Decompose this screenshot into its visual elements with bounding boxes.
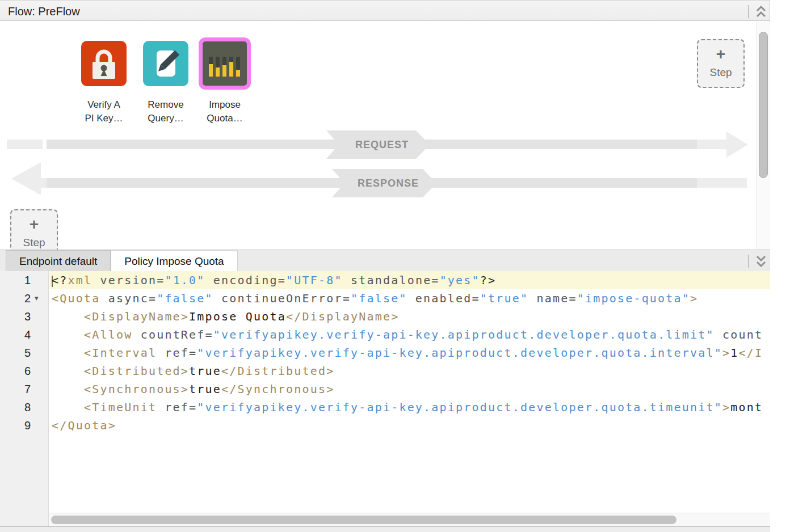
fold-toggle-icon[interactable]: ▾ <box>35 289 39 307</box>
proxy-editor-panel: Flow: PreFlow Verify A <box>0 0 770 532</box>
code-line[interactable]: <Quota async="false" continueOnError="fa… <box>49 289 770 307</box>
line-number: 7 <box>0 380 48 398</box>
editor-horizontal-scrollbar-thumb[interactable] <box>51 516 676 524</box>
line-number: 4 <box>0 326 48 344</box>
lock-icon <box>81 41 127 86</box>
tab-endpoint-default[interactable]: Endpoint default <box>6 250 111 272</box>
header-divider <box>748 5 749 18</box>
policy-label-remove-query: Remove Query… <box>132 98 200 125</box>
line-number: 9 <box>0 416 48 434</box>
code-line[interactable]: </Quota> <box>49 416 770 434</box>
plus-icon: + <box>11 216 57 233</box>
response-badge: RESPONSE <box>332 169 436 197</box>
policy-remove-query[interactable] <box>143 41 188 86</box>
tab-list: Endpoint defaultPolicy Impose Quota <box>6 250 238 272</box>
editor-tab-bar: Endpoint defaultPolicy Impose Quota <box>0 250 770 271</box>
line-number: 1 <box>0 271 48 289</box>
xml-code-editor[interactable]: 12▾3456789 <?xml version="1.0" encoding=… <box>0 271 770 526</box>
request-badge: REQUEST <box>326 130 430 159</box>
policy-label-verify-api-key: Verify A PI Key… <box>70 98 138 125</box>
request-arrow-segment <box>697 140 729 149</box>
plus-icon: + <box>698 46 743 63</box>
code-line[interactable]: <?xml version="1.0" encoding="UTF-8" sta… <box>49 271 770 289</box>
code-line[interactable]: <Distributed>true</Distributed> <box>49 362 770 380</box>
window-bottom-bar <box>0 526 770 532</box>
line-number: 3 <box>0 307 48 326</box>
collapse-flow-panel-button[interactable] <box>754 4 768 19</box>
line-number: 5 <box>0 344 48 362</box>
app-window: Flow: PreFlow Verify A <box>0 0 790 532</box>
line-number: 8 <box>0 398 48 416</box>
tabbar-divider <box>748 255 749 268</box>
request-arrowhead-icon <box>726 132 748 158</box>
flow-header: Flow: PreFlow <box>0 0 770 21</box>
code-line[interactable]: <DisplayName>Impose Quota</DisplayName> <box>49 307 770 326</box>
flow-vertical-scrollbar-thumb[interactable] <box>759 32 768 178</box>
response-arrow-segment <box>33 178 47 188</box>
code-area[interactable]: <?xml version="1.0" encoding="UTF-8" sta… <box>49 271 770 526</box>
request-arrow-segment <box>7 140 43 149</box>
flow-vertical-scrollbar[interactable] <box>757 22 770 250</box>
chevron-double-down-icon <box>754 254 768 269</box>
response-arrow-segment <box>697 178 747 188</box>
chevron-double-up-icon <box>754 4 768 19</box>
code-line[interactable]: <TimeUnit ref="verifyapikey.verify-api-k… <box>49 398 770 416</box>
add-step-button-response[interactable]: + Step <box>10 209 58 250</box>
collapse-editor-panel-button[interactable] <box>754 254 768 269</box>
code-line[interactable]: <Synchronous>true</Synchronous> <box>49 380 770 398</box>
editor-horizontal-scrollbar[interactable] <box>49 513 770 526</box>
line-number: 6 <box>0 362 48 380</box>
code-line[interactable]: <Interval ref="verifyapikey.verify-api-k… <box>49 344 770 362</box>
flow-canvas: Verify A PI Key… Remove Query… <box>0 22 770 250</box>
policy-impose-quota-selected[interactable] <box>199 37 251 90</box>
tab-policy-impose-quota[interactable]: Policy Impose Quota <box>111 250 237 272</box>
code-line[interactable]: <Allow countRef="verifyapikey.verify-api… <box>49 326 770 344</box>
policy-verify-api-key[interactable] <box>81 41 127 86</box>
add-step-button-request[interactable]: + Step <box>697 39 745 88</box>
line-number-gutter: 12▾3456789 <box>0 271 49 526</box>
line-number: 2▾ <box>0 289 48 307</box>
bar-chart-icon <box>203 41 247 86</box>
flow-panel-title: Flow: PreFlow <box>8 5 80 18</box>
pencil-icon <box>143 41 188 86</box>
policy-label-impose-quota: Impose Quota… <box>191 98 259 125</box>
